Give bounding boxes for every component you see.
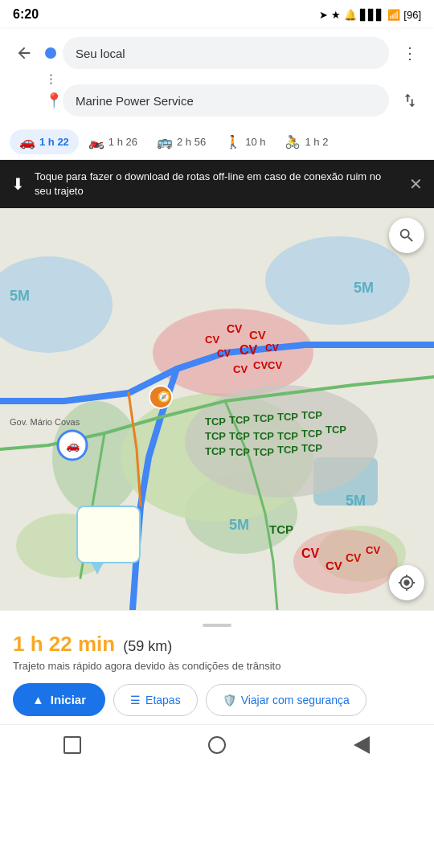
svg-text:TCP: TCP xyxy=(277,411,298,423)
nav-bar xyxy=(0,724,434,764)
route-time: 1 h 22 min xyxy=(13,632,115,657)
car-icon: 🚗 xyxy=(19,134,35,149)
map-svg: Gov. Mário Covas 🧭 🚗 5M 5M 5M 5M CV CV C… xyxy=(0,208,434,610)
nav-back-button[interactable] xyxy=(350,733,374,757)
navigation-icon: ▲ xyxy=(32,693,44,706)
svg-text:CV: CV xyxy=(217,348,231,359)
more-button[interactable]: ⋮ xyxy=(395,39,424,68)
svg-text:CV: CV xyxy=(301,547,320,560)
etapas-button[interactable]: ☰ Etapas xyxy=(113,684,198,716)
download-text: Toque para fazer o download de rotas off… xyxy=(35,170,399,199)
svg-text:CV: CV xyxy=(240,343,258,357)
svg-text:TCP: TCP xyxy=(205,430,226,442)
route-summary: 1 h 22 min (59 km) xyxy=(13,632,421,657)
seguranca-label: Viajar com segurança xyxy=(241,694,350,706)
download-close-button[interactable]: ✕ xyxy=(409,174,423,194)
tab-bike-label: 1 h 2 xyxy=(305,136,328,148)
walk-icon: 🚶 xyxy=(225,134,241,149)
circle-icon xyxy=(208,736,226,754)
svg-text:5M: 5M xyxy=(354,280,374,296)
tab-bus-label: 2 h 56 xyxy=(177,136,206,148)
svg-text:TCP: TCP xyxy=(301,428,322,440)
shield-icon: 🛡️ xyxy=(223,694,236,706)
svg-text:TCP: TCP xyxy=(269,522,293,536)
tab-car[interactable]: 🚗 1 h 22 xyxy=(10,129,79,154)
status-icons: ➤ ★ 🔔 ▋▋▋ 📶 [96] xyxy=(319,9,421,21)
bluetooth-icon: ★ xyxy=(331,9,341,21)
origin-input[interactable] xyxy=(63,37,389,69)
svg-text:5M: 5M xyxy=(229,517,249,533)
destination-row: 📍 xyxy=(10,84,424,117)
svg-text:🧭: 🧭 xyxy=(158,390,171,403)
tab-walk-label: 10 h xyxy=(245,136,265,148)
svg-text:TCP: TCP xyxy=(253,430,274,442)
nav-square-button[interactable] xyxy=(60,733,84,757)
tab-bus[interactable]: 🚌 2 h 56 xyxy=(147,129,215,154)
map-area[interactable]: Gov. Mário Covas 🧭 🚗 5M 5M 5M 5M CV CV C… xyxy=(0,208,434,610)
svg-text:CV: CV xyxy=(249,328,266,342)
bus-icon: 🚌 xyxy=(157,134,173,149)
map-tooltip xyxy=(76,506,141,563)
route-dots xyxy=(45,74,56,84)
svg-text:TCP: TCP xyxy=(277,430,298,442)
svg-text:TCP: TCP xyxy=(205,445,226,457)
nav-icon: ➤ xyxy=(319,9,328,21)
action-buttons: ▲ Iniciar ☰ Etapas 🛡️ Viajar com seguran… xyxy=(13,683,421,716)
svg-text:TCP: TCP xyxy=(253,446,274,458)
svg-text:🚗: 🚗 xyxy=(66,439,80,452)
wifi-icon: 📶 xyxy=(387,9,400,21)
svg-text:TCP: TCP xyxy=(277,444,298,456)
svg-text:5M: 5M xyxy=(346,493,366,509)
iniciar-label: Iniciar xyxy=(51,693,86,706)
svg-point-2 xyxy=(265,236,410,325)
svg-text:CV: CV xyxy=(227,322,243,335)
silent-icon: 🔔 xyxy=(344,9,357,21)
status-time: 6:20 xyxy=(13,7,39,22)
route-description: Trajeto mais rápido agora devido às cond… xyxy=(13,660,421,672)
status-bar: 6:20 ➤ ★ 🔔 ▋▋▋ 📶 [96] xyxy=(0,0,434,29)
route-distance: (59 km) xyxy=(123,638,172,655)
svg-text:TCP: TCP xyxy=(301,409,322,421)
download-banner[interactable]: ⬇ Toque para fazer o download de rotas o… xyxy=(0,160,434,208)
square-icon xyxy=(63,736,81,754)
svg-text:CV: CV xyxy=(346,551,362,564)
svg-text:TCP: TCP xyxy=(253,412,274,424)
etapas-icon: ☰ xyxy=(130,694,141,706)
tab-bike[interactable]: 🚴 1 h 2 xyxy=(275,129,338,154)
origin-dot xyxy=(45,47,56,59)
nav-home-button[interactable] xyxy=(205,733,229,757)
svg-text:TCP: TCP xyxy=(229,414,250,426)
battery-icon: [96] xyxy=(403,9,421,21)
etapas-label: Etapas xyxy=(145,694,181,706)
tab-car-label: 1 h 22 xyxy=(39,136,69,148)
signal-icon: ▋▋▋ xyxy=(360,9,384,21)
tab-moto-label: 1 h 26 xyxy=(108,136,137,148)
tab-walk[interactable]: 🚶 10 h xyxy=(215,129,275,154)
svg-text:TCP: TCP xyxy=(229,446,250,458)
svg-text:TCP: TCP xyxy=(229,430,250,442)
transport-tabs: 🚗 1 h 22 🏍️ 1 h 26 🚌 2 h 56 🚶 10 h 🚴 1 h… xyxy=(0,125,434,160)
svg-text:CV: CV xyxy=(233,363,248,375)
svg-text:TCP: TCP xyxy=(205,416,226,428)
origin-row: ⋮ xyxy=(10,37,424,69)
drag-handle xyxy=(203,624,231,627)
iniciar-button[interactable]: ▲ Iniciar xyxy=(13,683,105,716)
svg-text:Gov. Mário Covas: Gov. Mário Covas xyxy=(10,417,80,427)
svg-text:TCP: TCP xyxy=(326,424,346,436)
seguranca-button[interactable]: 🛡️ Viajar com segurança xyxy=(206,684,366,716)
svg-text:CVCV: CVCV xyxy=(253,359,282,371)
search-area: ⋮ 📍 xyxy=(0,29,434,125)
svg-text:CV: CV xyxy=(366,544,380,556)
back-button[interactable] xyxy=(10,39,39,68)
bottom-panel: 1 h 22 min (59 km) Trajeto mais rápido a… xyxy=(0,610,434,724)
svg-text:5M: 5M xyxy=(10,288,30,304)
svg-text:CV: CV xyxy=(205,334,219,346)
moto-icon: 🏍️ xyxy=(88,134,104,149)
swap-button[interactable] xyxy=(395,86,424,115)
tab-moto[interactable]: 🏍️ 1 h 26 xyxy=(79,129,147,154)
svg-text:CV: CV xyxy=(326,559,342,572)
download-icon: ⬇ xyxy=(11,174,25,194)
destination-input[interactable] xyxy=(63,84,389,117)
svg-text:CV: CV xyxy=(265,342,279,354)
destination-pin: 📍 xyxy=(45,92,56,109)
